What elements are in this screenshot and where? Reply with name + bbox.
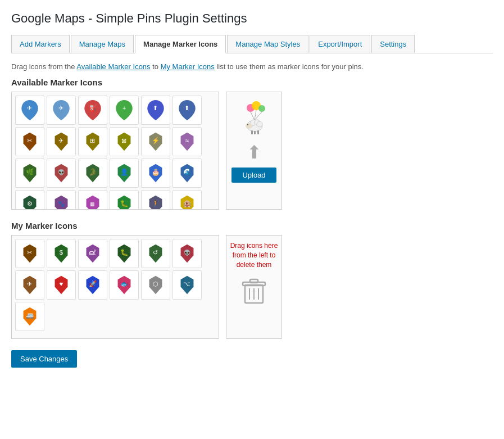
svg-text:⬡: ⬡ bbox=[153, 280, 158, 287]
svg-text:✈: ✈ bbox=[28, 280, 33, 287]
svg-rect-37 bbox=[251, 130, 253, 134]
delete-instruction: Drag icons here from the left to delete … bbox=[230, 241, 278, 269]
svg-text:⊠: ⊠ bbox=[122, 137, 127, 144]
upload-arrow-icon: ⬆ bbox=[247, 142, 262, 163]
list-item[interactable]: + bbox=[110, 96, 139, 125]
svg-point-26 bbox=[258, 105, 265, 112]
svg-text:🌊: 🌊 bbox=[183, 168, 192, 176]
svg-rect-39 bbox=[257, 130, 259, 134]
svg-text:🚐: 🚐 bbox=[26, 311, 34, 319]
tab-settings[interactable]: Settings bbox=[371, 35, 415, 53]
list-item[interactable]: 🛋 bbox=[78, 239, 107, 268]
svg-text:✈: ✈ bbox=[28, 105, 33, 111]
list-item[interactable]: ⊞ bbox=[78, 127, 107, 156]
delete-panel: Drag icons here from the left to delete … bbox=[226, 235, 282, 339]
svg-text:♥: ♥ bbox=[60, 280, 63, 287]
save-button[interactable]: Save Changes bbox=[11, 350, 77, 368]
list-item[interactable]: ⚡ bbox=[141, 127, 170, 156]
svg-text:⛽: ⛽ bbox=[89, 104, 97, 112]
tab-manage-map-styles[interactable]: Manage Map Styles bbox=[227, 35, 308, 53]
list-item[interactable]: ✂ bbox=[15, 127, 44, 156]
instruction-text: Drag icons from the Available Marker Ico… bbox=[11, 62, 493, 71]
tab-bar: Add Markers Manage Maps Manage Marker Ic… bbox=[11, 35, 493, 53]
list-item[interactable]: 🌊 bbox=[172, 159, 202, 188]
available-icon-grid-container[interactable]: ✈ ✈ ⛽ + ⬆ ⬆ ✂ bbox=[11, 92, 219, 210]
svg-line-27 bbox=[251, 112, 255, 120]
list-item[interactable]: ⊠ bbox=[110, 127, 139, 156]
available-icon-grid: ✈ ✈ ⛽ + ⬆ ⬆ ✂ bbox=[15, 96, 215, 210]
list-item[interactable]: ≈ bbox=[172, 127, 202, 156]
list-item[interactable]: 👤 bbox=[110, 159, 139, 188]
svg-point-34 bbox=[257, 121, 262, 127]
available-section-title: Available Marker Icons bbox=[11, 78, 493, 87]
svg-text:🛋: 🛋 bbox=[90, 249, 97, 256]
svg-text:⌥: ⌥ bbox=[184, 280, 191, 287]
tab-add-markers[interactable]: Add Markers bbox=[11, 35, 70, 53]
svg-text:⚡: ⚡ bbox=[152, 137, 160, 144]
list-item[interactable]: ✈ bbox=[15, 270, 44, 300]
svg-text:⬆: ⬆ bbox=[185, 105, 190, 111]
my-icon-grid: ✂ $ 🛋 🐛 ↺ 👽 ✈ bbox=[15, 239, 215, 331]
svg-text:🐛: 🐛 bbox=[120, 248, 129, 256]
svg-text:🐛: 🐛 bbox=[120, 200, 129, 207]
upload-panel: ⬆ Upload bbox=[226, 92, 282, 210]
svg-text:⬆: ⬆ bbox=[153, 105, 158, 111]
my-icon-grid-container[interactable]: ✂ $ 🛋 🐛 ↺ 👽 ✈ bbox=[11, 235, 219, 339]
svg-text:✈: ✈ bbox=[59, 105, 64, 111]
list-item[interactable]: 🐛 bbox=[110, 239, 139, 268]
list-item[interactable]: 🚶 bbox=[141, 190, 170, 210]
svg-rect-38 bbox=[254, 131, 256, 134]
svg-text:▦: ▦ bbox=[90, 201, 96, 207]
list-item[interactable]: 👽 bbox=[172, 239, 202, 268]
my-section-title: My Marker Icons bbox=[11, 221, 493, 230]
list-item[interactable]: ⚙ bbox=[15, 190, 44, 210]
svg-text:+: + bbox=[122, 105, 126, 111]
svg-text:🚶: 🚶 bbox=[152, 200, 160, 207]
svg-text:👤: 👤 bbox=[120, 168, 129, 176]
tab-manage-marker-icons[interactable]: Manage Marker Icons bbox=[135, 35, 226, 53]
list-item[interactable]: ✈ bbox=[15, 96, 44, 125]
svg-point-35 bbox=[246, 123, 252, 129]
svg-text:🏨: 🏨 bbox=[183, 200, 192, 207]
list-item[interactable]: ▦ bbox=[78, 190, 107, 210]
list-item[interactable]: 🏨 bbox=[172, 190, 202, 210]
list-item[interactable]: ✂ bbox=[15, 239, 44, 268]
svg-text:👽: 👽 bbox=[58, 169, 65, 176]
available-icons-link[interactable]: Available Marker Icons bbox=[76, 62, 150, 71]
list-item[interactable]: 🐾 bbox=[47, 190, 76, 210]
list-item[interactable]: ✈ bbox=[47, 127, 76, 156]
tab-export-import[interactable]: Export/Import bbox=[310, 35, 370, 53]
list-item[interactable]: 🐟 bbox=[110, 270, 139, 300]
svg-point-36 bbox=[247, 124, 248, 125]
svg-text:👽: 👽 bbox=[184, 249, 191, 256]
svg-text:≈: ≈ bbox=[185, 137, 189, 144]
svg-text:⚙: ⚙ bbox=[27, 200, 33, 207]
list-item[interactable]: ⌥ bbox=[172, 270, 202, 300]
list-item[interactable]: ✈ bbox=[47, 96, 76, 125]
list-item[interactable]: 👽 bbox=[47, 159, 76, 188]
svg-text:🐾: 🐾 bbox=[58, 200, 65, 207]
list-item[interactable]: 🐛 bbox=[110, 190, 139, 210]
list-item[interactable]: 🎂 bbox=[141, 159, 170, 188]
list-item[interactable]: ♥ bbox=[47, 270, 76, 300]
svg-rect-55 bbox=[250, 279, 258, 283]
available-icons-row: ✈ ✈ ⛽ + ⬆ ⬆ ✂ bbox=[11, 92, 493, 210]
list-item[interactable]: 🚀 bbox=[78, 270, 107, 300]
list-item[interactable]: $ bbox=[47, 239, 76, 268]
list-item[interactable]: ⬡ bbox=[141, 270, 170, 300]
list-item[interactable]: 🌿 bbox=[15, 159, 44, 188]
svg-text:✂: ✂ bbox=[28, 249, 33, 256]
svg-text:↺: ↺ bbox=[153, 249, 158, 256]
list-item[interactable]: 🚐 bbox=[15, 302, 44, 331]
upload-button[interactable]: Upload bbox=[231, 168, 276, 183]
svg-text:🐟: 🐟 bbox=[120, 280, 129, 288]
tab-manage-maps[interactable]: Manage Maps bbox=[71, 35, 134, 53]
my-icons-link[interactable]: My Marker Icons bbox=[161, 62, 215, 71]
svg-text:🌿: 🌿 bbox=[26, 168, 34, 176]
list-item[interactable]: ⛽ bbox=[78, 96, 107, 125]
list-item[interactable]: 🐊 bbox=[78, 159, 107, 188]
svg-text:🚀: 🚀 bbox=[89, 280, 97, 288]
list-item[interactable]: ⬆ bbox=[141, 96, 170, 125]
list-item[interactable]: ⬆ bbox=[172, 96, 202, 125]
list-item[interactable]: ↺ bbox=[141, 239, 170, 268]
